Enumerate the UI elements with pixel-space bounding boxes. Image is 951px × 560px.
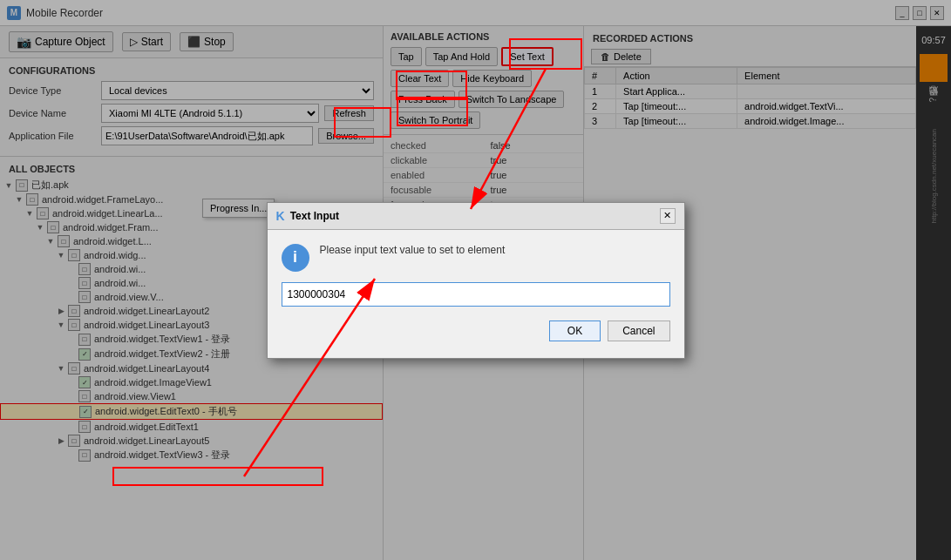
modal-close-button[interactable]: ✕: [660, 208, 676, 224]
modal-title-text: Text Input: [290, 210, 339, 222]
modal-title-icon: K: [276, 209, 285, 223]
modal-body: i Please input text value to set to elem…: [268, 230, 684, 352]
text-input-field[interactable]: [282, 282, 670, 307]
info-icon: i: [282, 244, 309, 272]
modal-info-row: i Please input text value to set to elem…: [282, 244, 670, 272]
modal-title: K Text Input: [276, 209, 340, 223]
modal-title-bar: K Text Input ✕: [268, 203, 684, 230]
modal-overlay: K Text Input ✕ i Please input text value…: [0, 0, 951, 560]
modal-buttons: OK Cancel: [282, 320, 670, 341]
modal-cancel-button[interactable]: Cancel: [608, 320, 669, 341]
text-input-dialog: K Text Input ✕ i Please input text value…: [267, 202, 685, 359]
modal-prompt-text: Please input text value to set to elemen…: [320, 244, 670, 256]
modal-ok-button[interactable]: OK: [549, 320, 601, 341]
